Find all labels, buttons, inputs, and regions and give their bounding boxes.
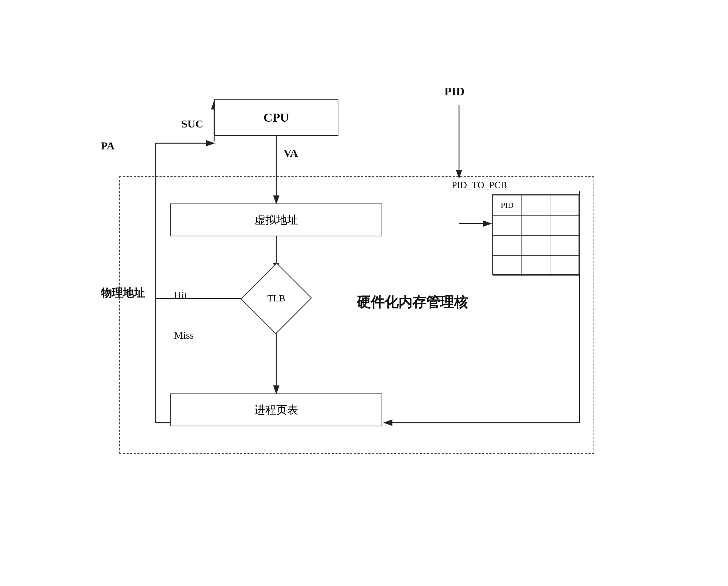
- hit-label: Hit: [174, 289, 187, 301]
- process-page-table-box: 进程页表: [170, 393, 382, 426]
- pa-label: PA: [101, 140, 115, 152]
- hardware-core-label: 硬件化内存管理核: [357, 293, 468, 312]
- pid-row4-c1: [493, 256, 522, 276]
- pid-table: PID: [492, 194, 580, 275]
- pid-row2-c3: [550, 216, 579, 236]
- pid-cell: PID: [493, 195, 522, 216]
- pid-to-pcb-label: PID_TO_PCB: [452, 180, 507, 191]
- diagram: CPU PID SUC VA PA PID_TO_PCB PID: [72, 37, 656, 549]
- pid-row3-c3: [550, 236, 579, 256]
- cpu-box: CPU: [214, 99, 338, 136]
- pid-row2-c1: [493, 216, 522, 236]
- pid-cell-empty2: [550, 195, 579, 216]
- virtual-addr-box: 虚拟地址: [170, 203, 382, 236]
- virtual-addr-label: 虚拟地址: [254, 213, 298, 228]
- pid-row3-c1: [493, 236, 522, 256]
- process-page-table-label: 进程页表: [254, 403, 298, 418]
- pid-row4-c3: [550, 256, 579, 276]
- pid-table-grid: PID: [493, 195, 579, 276]
- cpu-label: CPU: [263, 111, 289, 125]
- tlb-label: TLB: [267, 293, 285, 304]
- pid-row3-c2: [522, 236, 550, 256]
- tlb-diamond-wrapper: TLB: [251, 271, 301, 326]
- pid-top-label: PID: [444, 85, 465, 98]
- suc-label: SUC: [181, 118, 203, 130]
- pid-row2-c2: [522, 216, 550, 236]
- pid-cell-empty1: [522, 195, 550, 216]
- miss-label: Miss: [174, 330, 194, 341]
- physical-addr-label: 物理地址: [101, 286, 145, 301]
- va-label: VA: [284, 147, 298, 159]
- pid-row4-c2: [522, 256, 550, 276]
